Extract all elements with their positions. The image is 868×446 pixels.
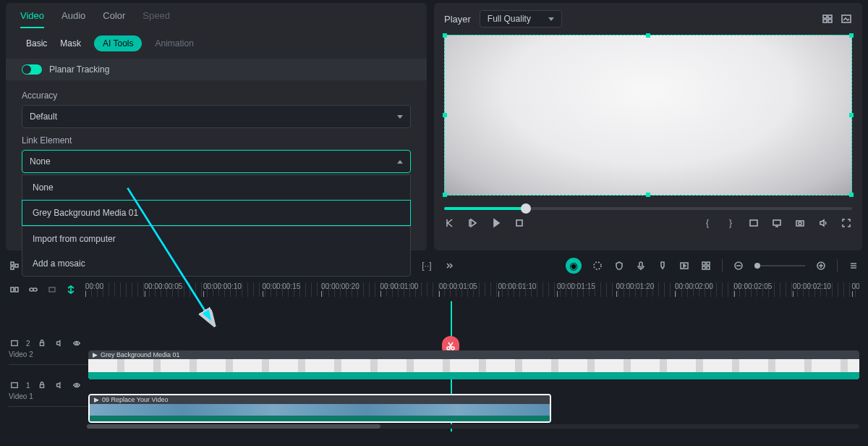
timeline-link-icon[interactable] — [9, 284, 20, 295]
subtab-basic[interactable]: Basic — [26, 38, 47, 49]
resize-handle[interactable] — [646, 33, 650, 38]
ruler-tick: 00:00:02:00 — [675, 282, 734, 297]
track-video-1[interactable]: ▶09 Replace Your Video — [88, 394, 859, 423]
play-mini-icon: ▶ — [94, 396, 99, 403]
separator — [837, 259, 838, 272]
svg-point-9 — [799, 222, 801, 225]
track-mute-icon[interactable] — [54, 337, 65, 349]
svg-rect-3 — [828, 20, 832, 22]
ratio-icon[interactable] — [748, 217, 760, 229]
track-v1-name: Video 1 — [9, 392, 88, 400]
resize-handle[interactable] — [443, 113, 447, 117]
play-icon[interactable] — [467, 217, 479, 229]
player-progress[interactable] — [444, 207, 852, 210]
timeline-effect-icon[interactable] — [46, 284, 58, 295]
svg-point-24 — [594, 262, 601, 269]
zoom-slider[interactable] — [754, 265, 805, 266]
ruler-tick: 00:00:02:15 — [852, 282, 860, 297]
brace-open-icon[interactable]: { — [702, 217, 713, 229]
list-icon[interactable] — [848, 260, 859, 272]
brace-close-icon[interactable]: } — [725, 217, 736, 229]
link-element-select[interactable]: None — [22, 150, 411, 173]
snapshot-icon[interactable] — [841, 13, 852, 25]
resize-handle[interactable] — [443, 33, 447, 38]
play-solid-icon[interactable] — [490, 217, 502, 229]
ruler-tick: 00:00:01:20 — [616, 282, 676, 297]
link-option-none[interactable]: None — [22, 175, 410, 200]
svg-rect-30 — [707, 266, 710, 269]
stop-icon[interactable] — [514, 217, 525, 229]
timeline-scrollbar[interactable] — [87, 424, 859, 429]
planar-tracking-toggle[interactable] — [22, 64, 42, 75]
ai-chat-icon[interactable]: ◉ — [566, 258, 582, 274]
subtab-animation[interactable]: Animation — [155, 38, 193, 49]
quality-select[interactable]: Full Quality — [480, 10, 562, 28]
ruler-tick: 00:00 — [85, 282, 145, 297]
track-lock-icon[interactable] — [36, 337, 48, 349]
svg-point-44 — [447, 347, 450, 350]
fullscreen-icon[interactable] — [841, 217, 852, 229]
ruler-tick: 00:00:01:05 — [439, 282, 498, 297]
media-icon[interactable] — [678, 260, 690, 272]
timeline-sync-icon[interactable] — [65, 284, 77, 295]
ruler-tick: 00:00:02:05 — [734, 282, 793, 297]
tab-color[interactable]: Color — [103, 10, 125, 28]
player-viewport[interactable] — [444, 35, 852, 195]
zoom-out-icon[interactable] — [733, 260, 744, 272]
svg-rect-34 — [15, 287, 18, 292]
resize-handle[interactable] — [849, 113, 854, 117]
settings-icon[interactable] — [700, 260, 712, 272]
tab-video[interactable]: Video — [20, 10, 44, 28]
zoom-in-icon[interactable] — [815, 260, 827, 272]
track-lock-icon[interactable] — [36, 379, 48, 391]
track-media-icon[interactable] — [9, 379, 20, 391]
svg-rect-27 — [702, 262, 705, 265]
clip-title: Grey Background Media 01 — [101, 351, 180, 358]
link-option-import[interactable]: Import from computer — [22, 227, 410, 251]
chevron-down-icon — [397, 115, 403, 119]
scrollbar-thumb[interactable] — [87, 424, 380, 429]
shield-icon[interactable] — [613, 260, 625, 272]
svg-rect-28 — [707, 262, 710, 265]
subtab-aitools[interactable]: AI Tools — [94, 35, 142, 51]
svg-point-43 — [75, 384, 77, 387]
more-icon[interactable] — [443, 260, 454, 272]
accuracy-value: Default — [30, 112, 57, 122]
tab-speed[interactable]: Speed — [142, 10, 170, 28]
accuracy-select[interactable]: Default — [22, 105, 411, 128]
svg-rect-1 — [828, 15, 832, 18]
track-eye-icon[interactable] — [71, 379, 82, 391]
tab-audio[interactable]: Audio — [61, 10, 85, 28]
clip-grey-bg[interactable]: ▶Grey Background Media 01 — [88, 350, 859, 379]
ruler-tick: 00:00:00:15 — [263, 282, 322, 297]
ruler-tick: 00:00:00:05 — [145, 282, 204, 297]
timeline-ruler[interactable]: 00:0000:00:00:0500:00:00:1000:00:00:1500… — [85, 282, 859, 297]
progress-thumb[interactable] — [521, 203, 531, 214]
svg-rect-2 — [823, 20, 827, 22]
grid-icon[interactable] — [822, 13, 833, 25]
track-eye-icon[interactable] — [71, 337, 82, 349]
screen-icon[interactable] — [771, 217, 783, 229]
svg-rect-37 — [49, 287, 55, 292]
clip-replace-video[interactable]: ▶09 Replace Your Video — [88, 394, 551, 423]
mic-icon[interactable] — [635, 260, 647, 272]
track-mute-icon[interactable] — [54, 379, 65, 391]
marker-icon[interactable] — [657, 260, 668, 272]
prev-frame-icon[interactable] — [444, 217, 456, 229]
resize-handle[interactable] — [849, 193, 854, 197]
track-v2-name: Video 2 — [9, 350, 88, 358]
track-video-2[interactable]: ▶Grey Background Media 01 — [88, 350, 859, 379]
link-option-grey-bg[interactable]: Grey Background Media 01 — [22, 200, 411, 226]
link-element-value: None — [30, 156, 51, 167]
subtab-mask[interactable]: Mask — [60, 38, 81, 49]
volume-icon[interactable] — [817, 217, 829, 229]
link-option-mosaic[interactable]: Add a mosaic — [22, 251, 410, 276]
track-media-icon[interactable] — [9, 337, 20, 349]
resize-handle[interactable] — [646, 193, 650, 197]
camera-icon[interactable] — [794, 217, 806, 229]
svg-rect-42 — [40, 384, 43, 387]
resize-handle[interactable] — [443, 193, 447, 197]
resize-handle[interactable] — [849, 33, 854, 38]
timeline-chain-icon[interactable] — [27, 284, 39, 295]
sparkle-icon[interactable] — [592, 260, 603, 272]
